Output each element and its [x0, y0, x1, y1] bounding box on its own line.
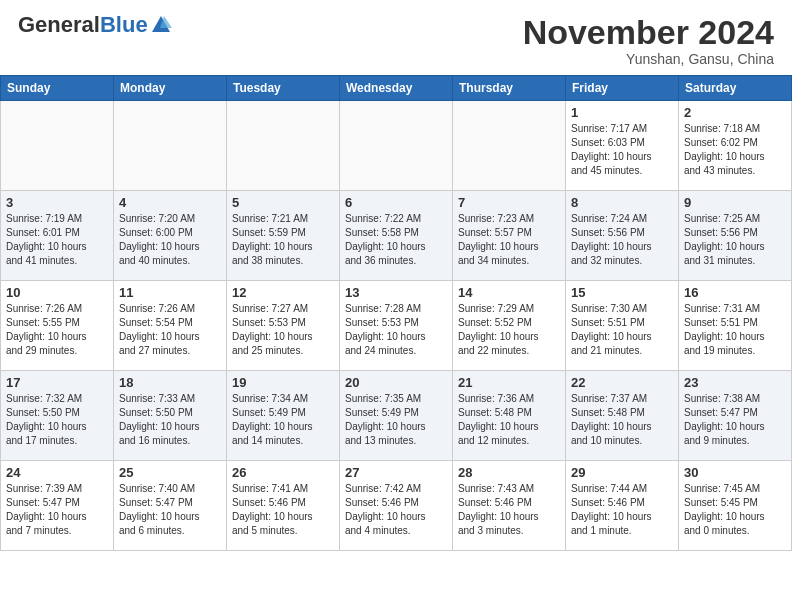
- logo-blue-text: Blue: [100, 12, 148, 37]
- calendar-day-cell: 21Sunrise: 7:36 AM Sunset: 5:48 PM Dayli…: [453, 371, 566, 461]
- calendar-day-cell: 29Sunrise: 7:44 AM Sunset: 5:46 PM Dayli…: [566, 461, 679, 551]
- logo-icon: [150, 14, 172, 36]
- day-number: 4: [119, 195, 221, 210]
- day-info: Sunrise: 7:33 AM Sunset: 5:50 PM Dayligh…: [119, 392, 221, 448]
- calendar-day-cell: 2Sunrise: 7:18 AM Sunset: 6:02 PM Daylig…: [679, 101, 792, 191]
- calendar-day-cell: 30Sunrise: 7:45 AM Sunset: 5:45 PM Dayli…: [679, 461, 792, 551]
- calendar-day-cell: [340, 101, 453, 191]
- calendar-day-cell: 8Sunrise: 7:24 AM Sunset: 5:56 PM Daylig…: [566, 191, 679, 281]
- day-info: Sunrise: 7:43 AM Sunset: 5:46 PM Dayligh…: [458, 482, 560, 538]
- day-info: Sunrise: 7:37 AM Sunset: 5:48 PM Dayligh…: [571, 392, 673, 448]
- day-number: 18: [119, 375, 221, 390]
- title-block: November 2024 Yunshan, Gansu, China: [523, 14, 774, 67]
- day-info: Sunrise: 7:41 AM Sunset: 5:46 PM Dayligh…: [232, 482, 334, 538]
- calendar-week-row: 3Sunrise: 7:19 AM Sunset: 6:01 PM Daylig…: [1, 191, 792, 281]
- day-number: 25: [119, 465, 221, 480]
- day-info: Sunrise: 7:22 AM Sunset: 5:58 PM Dayligh…: [345, 212, 447, 268]
- day-number: 26: [232, 465, 334, 480]
- day-number: 3: [6, 195, 108, 210]
- day-number: 6: [345, 195, 447, 210]
- calendar-day-cell: 19Sunrise: 7:34 AM Sunset: 5:49 PM Dayli…: [227, 371, 340, 461]
- day-number: 24: [6, 465, 108, 480]
- day-number: 28: [458, 465, 560, 480]
- day-number: 7: [458, 195, 560, 210]
- calendar-day-cell: 16Sunrise: 7:31 AM Sunset: 5:51 PM Dayli…: [679, 281, 792, 371]
- calendar-day-cell: 1Sunrise: 7:17 AM Sunset: 6:03 PM Daylig…: [566, 101, 679, 191]
- calendar-day-cell: 4Sunrise: 7:20 AM Sunset: 6:00 PM Daylig…: [114, 191, 227, 281]
- day-info: Sunrise: 7:20 AM Sunset: 6:00 PM Dayligh…: [119, 212, 221, 268]
- calendar-day-cell: 14Sunrise: 7:29 AM Sunset: 5:52 PM Dayli…: [453, 281, 566, 371]
- day-number: 20: [345, 375, 447, 390]
- day-number: 23: [684, 375, 786, 390]
- calendar-day-header: Wednesday: [340, 76, 453, 101]
- day-number: 8: [571, 195, 673, 210]
- calendar-header-row: SundayMondayTuesdayWednesdayThursdayFrid…: [1, 76, 792, 101]
- calendar-day-cell: 15Sunrise: 7:30 AM Sunset: 5:51 PM Dayli…: [566, 281, 679, 371]
- day-number: 2: [684, 105, 786, 120]
- day-info: Sunrise: 7:26 AM Sunset: 5:54 PM Dayligh…: [119, 302, 221, 358]
- day-info: Sunrise: 7:24 AM Sunset: 5:56 PM Dayligh…: [571, 212, 673, 268]
- day-number: 22: [571, 375, 673, 390]
- day-info: Sunrise: 7:45 AM Sunset: 5:45 PM Dayligh…: [684, 482, 786, 538]
- day-info: Sunrise: 7:17 AM Sunset: 6:03 PM Dayligh…: [571, 122, 673, 178]
- day-number: 15: [571, 285, 673, 300]
- day-number: 27: [345, 465, 447, 480]
- calendar-table: SundayMondayTuesdayWednesdayThursdayFrid…: [0, 75, 792, 551]
- calendar-day-header: Sunday: [1, 76, 114, 101]
- day-info: Sunrise: 7:40 AM Sunset: 5:47 PM Dayligh…: [119, 482, 221, 538]
- calendar-day-header: Saturday: [679, 76, 792, 101]
- day-info: Sunrise: 7:35 AM Sunset: 5:49 PM Dayligh…: [345, 392, 447, 448]
- day-info: Sunrise: 7:32 AM Sunset: 5:50 PM Dayligh…: [6, 392, 108, 448]
- calendar-day-cell: 9Sunrise: 7:25 AM Sunset: 5:56 PM Daylig…: [679, 191, 792, 281]
- day-info: Sunrise: 7:18 AM Sunset: 6:02 PM Dayligh…: [684, 122, 786, 178]
- logo: GeneralBlue: [18, 14, 172, 36]
- day-info: Sunrise: 7:30 AM Sunset: 5:51 PM Dayligh…: [571, 302, 673, 358]
- day-info: Sunrise: 7:28 AM Sunset: 5:53 PM Dayligh…: [345, 302, 447, 358]
- day-number: 1: [571, 105, 673, 120]
- calendar-day-cell: 20Sunrise: 7:35 AM Sunset: 5:49 PM Dayli…: [340, 371, 453, 461]
- calendar-day-cell: 5Sunrise: 7:21 AM Sunset: 5:59 PM Daylig…: [227, 191, 340, 281]
- calendar-day-header: Monday: [114, 76, 227, 101]
- day-number: 9: [684, 195, 786, 210]
- day-number: 16: [684, 285, 786, 300]
- day-info: Sunrise: 7:26 AM Sunset: 5:55 PM Dayligh…: [6, 302, 108, 358]
- calendar-week-row: 24Sunrise: 7:39 AM Sunset: 5:47 PM Dayli…: [1, 461, 792, 551]
- day-info: Sunrise: 7:23 AM Sunset: 5:57 PM Dayligh…: [458, 212, 560, 268]
- day-number: 19: [232, 375, 334, 390]
- calendar-day-cell: 28Sunrise: 7:43 AM Sunset: 5:46 PM Dayli…: [453, 461, 566, 551]
- day-number: 29: [571, 465, 673, 480]
- day-info: Sunrise: 7:34 AM Sunset: 5:49 PM Dayligh…: [232, 392, 334, 448]
- calendar-week-row: 1Sunrise: 7:17 AM Sunset: 6:03 PM Daylig…: [1, 101, 792, 191]
- day-info: Sunrise: 7:19 AM Sunset: 6:01 PM Dayligh…: [6, 212, 108, 268]
- day-info: Sunrise: 7:38 AM Sunset: 5:47 PM Dayligh…: [684, 392, 786, 448]
- calendar-day-header: Tuesday: [227, 76, 340, 101]
- calendar-day-cell: 26Sunrise: 7:41 AM Sunset: 5:46 PM Dayli…: [227, 461, 340, 551]
- day-info: Sunrise: 7:31 AM Sunset: 5:51 PM Dayligh…: [684, 302, 786, 358]
- day-info: Sunrise: 7:44 AM Sunset: 5:46 PM Dayligh…: [571, 482, 673, 538]
- calendar-day-header: Friday: [566, 76, 679, 101]
- day-number: 14: [458, 285, 560, 300]
- calendar-day-cell: 24Sunrise: 7:39 AM Sunset: 5:47 PM Dayli…: [1, 461, 114, 551]
- day-info: Sunrise: 7:29 AM Sunset: 5:52 PM Dayligh…: [458, 302, 560, 358]
- calendar-week-row: 17Sunrise: 7:32 AM Sunset: 5:50 PM Dayli…: [1, 371, 792, 461]
- day-info: Sunrise: 7:25 AM Sunset: 5:56 PM Dayligh…: [684, 212, 786, 268]
- day-info: Sunrise: 7:39 AM Sunset: 5:47 PM Dayligh…: [6, 482, 108, 538]
- logo-general-text: General: [18, 12, 100, 37]
- day-number: 10: [6, 285, 108, 300]
- month-title: November 2024: [523, 14, 774, 51]
- calendar-day-cell: 13Sunrise: 7:28 AM Sunset: 5:53 PM Dayli…: [340, 281, 453, 371]
- calendar-day-cell: [1, 101, 114, 191]
- day-number: 12: [232, 285, 334, 300]
- calendar-day-cell: 3Sunrise: 7:19 AM Sunset: 6:01 PM Daylig…: [1, 191, 114, 281]
- day-number: 21: [458, 375, 560, 390]
- calendar-day-cell: 12Sunrise: 7:27 AM Sunset: 5:53 PM Dayli…: [227, 281, 340, 371]
- day-number: 5: [232, 195, 334, 210]
- day-number: 17: [6, 375, 108, 390]
- calendar-day-cell: 23Sunrise: 7:38 AM Sunset: 5:47 PM Dayli…: [679, 371, 792, 461]
- day-info: Sunrise: 7:27 AM Sunset: 5:53 PM Dayligh…: [232, 302, 334, 358]
- day-number: 13: [345, 285, 447, 300]
- calendar-day-cell: 6Sunrise: 7:22 AM Sunset: 5:58 PM Daylig…: [340, 191, 453, 281]
- calendar-day-cell: [114, 101, 227, 191]
- page-header: GeneralBlue November 2024 Yunshan, Gansu…: [0, 0, 792, 75]
- calendar-day-cell: 11Sunrise: 7:26 AM Sunset: 5:54 PM Dayli…: [114, 281, 227, 371]
